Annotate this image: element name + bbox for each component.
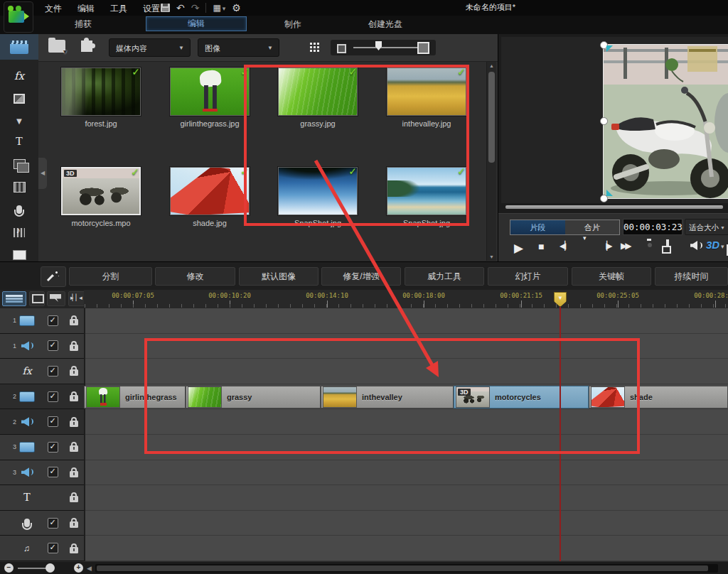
play-button[interactable] — [514, 241, 523, 256]
track-lane[interactable] — [85, 460, 728, 486]
scrollbar-thumb[interactable] — [97, 565, 708, 571]
track-lock-icon[interactable] — [70, 319, 78, 325]
3d-toggle-button[interactable]: 3D — [706, 239, 719, 251]
rail-filter-button[interactable] — [0, 65, 38, 87]
default-image-button[interactable]: 默认图像 — [239, 267, 318, 286]
zoom-out-icon[interactable] — [337, 44, 346, 53]
menu-file[interactable]: 文件 — [37, 0, 70, 16]
rail-music-button[interactable] — [0, 222, 38, 243]
timecode-display[interactable]: 00:00:03:23 — [623, 219, 682, 235]
grid-view-icon[interactable] — [309, 42, 320, 52]
track-lane[interactable] — [85, 536, 728, 561]
track-header-voice[interactable] — [0, 511, 84, 536]
rail-transition-button[interactable] — [0, 88, 38, 109]
track-lock-icon[interactable] — [70, 345, 78, 351]
track-lane[interactable] — [85, 485, 728, 511]
library-scrollbar[interactable]: ▲ ▼ — [486, 62, 496, 261]
track-lane[interactable] — [85, 511, 728, 536]
undo-icon[interactable] — [176, 2, 185, 13]
track-header-title[interactable]: T — [0, 485, 84, 511]
fix-enhance-button[interactable]: 修复/增强 — [321, 267, 401, 286]
fit-size-dropdown[interactable]: 适合大小 — [685, 219, 728, 235]
list-item[interactable]: ✓ grassy.jpg — [264, 67, 371, 139]
track-header-audio-1[interactable]: 1 — [0, 334, 84, 359]
settings-gear-icon[interactable] — [232, 2, 241, 13]
power-tools-button[interactable]: 威力工具 — [405, 267, 484, 286]
track-lane[interactable] — [85, 308, 728, 334]
rail-title-button[interactable] — [0, 131, 38, 152]
track-lane[interactable] — [85, 334, 728, 359]
media-type-dropdown[interactable]: 图像 — [198, 38, 279, 57]
redo-icon[interactable] — [191, 2, 200, 13]
tab-create-disc[interactable]: 创建光盘 — [368, 18, 402, 31]
timeline-clip-inthevalley[interactable]: inthevalley — [321, 386, 454, 408]
modify-button[interactable]: 修改 — [155, 267, 235, 286]
3d-dropdown-icon[interactable] — [721, 241, 724, 251]
track-lock-icon[interactable] — [70, 421, 78, 427]
track-header-video-1[interactable]: 1 — [0, 308, 84, 334]
split-button[interactable]: 分割 — [69, 267, 152, 286]
track-header-music[interactable]: ♫ — [0, 536, 84, 561]
track-lock-icon[interactable] — [70, 471, 78, 477]
track-lock-icon[interactable] — [70, 547, 78, 553]
rail-graphic-button[interactable] — [0, 110, 38, 131]
menu-edit[interactable]: 编辑 — [70, 0, 102, 16]
list-item[interactable]: ✓ girlinthegrass.jpg — [156, 67, 263, 139]
project-mode-button[interactable]: 合片 — [565, 220, 620, 234]
scroll-up-icon[interactable]: ▲ — [489, 63, 494, 68]
track-lock-icon[interactable] — [70, 395, 78, 401]
rail-collapse-handle[interactable]: ◀ — [38, 158, 47, 189]
track-header-fx[interactable]: fx — [0, 359, 84, 384]
list-item[interactable]: ✓ forest.jpg — [48, 67, 154, 139]
resize-handle-mid-left[interactable] — [600, 117, 608, 125]
timeline-zoom-out-button[interactable]: − — [4, 563, 14, 573]
track-lock-icon[interactable] — [70, 445, 78, 452]
next-frame-button[interactable] — [601, 241, 611, 251]
stop-button[interactable] — [538, 241, 544, 252]
track-visibility-checkbox[interactable] — [48, 518, 58, 529]
sound-mixer-button[interactable] — [47, 291, 65, 306]
tab-produce[interactable]: 制作 — [284, 18, 301, 31]
track-lock-icon[interactable] — [70, 496, 78, 502]
timeline-zoom-in-button[interactable]: + — [74, 563, 83, 573]
track-visibility-checkbox[interactable] — [48, 315, 58, 326]
tab-capture[interactable]: 捕获 — [75, 18, 92, 31]
timeline-clip-shade[interactable]: shade — [589, 386, 728, 408]
enlarge-preview-button[interactable] — [666, 239, 669, 252]
clip-mode-button[interactable]: 片段 — [510, 220, 565, 234]
plugin-puzzle-icon[interactable] — [81, 40, 92, 52]
layout-switch-icon[interactable] — [213, 3, 225, 13]
track-lane[interactable] — [85, 359, 728, 384]
duration-button[interactable]: 持续时间 — [655, 267, 728, 286]
zoom-in-icon[interactable] — [417, 42, 429, 54]
list-item[interactable]: ✓ SnapShot.jpg — [373, 167, 480, 238]
thumb-zoom-track[interactable] — [353, 47, 421, 48]
track-visibility-checkbox[interactable] — [48, 442, 58, 453]
track-header-video-3[interactable]: 3 — [0, 435, 84, 460]
preview-scrub-bar[interactable] — [505, 205, 723, 209]
timeline-zoom-handle[interactable] — [46, 563, 55, 573]
track-header-video-2[interactable]: 2 — [0, 384, 84, 410]
timeline-view-button[interactable] — [2, 291, 26, 306]
timeline-ruler[interactable]: 00:00:07:05 00:00:10:20 00:00:14:10 00:0… — [84, 290, 728, 308]
keyframe-button[interactable]: 关键帧 — [572, 267, 651, 286]
timeline-clip-motorcycles[interactable]: 3D motorcycles — [454, 386, 589, 408]
rail-overlay-button[interactable] — [0, 153, 38, 175]
track-lane[interactable] — [85, 435, 728, 460]
timeline-clip-grassy[interactable]: grassy — [186, 386, 321, 408]
slideshow-button[interactable]: 幻灯片 — [488, 267, 568, 286]
track-header-audio-3[interactable]: 3 — [0, 460, 84, 486]
list-item[interactable]: 3D ✓ motorcycles.mpo — [48, 167, 154, 238]
track-lock-icon[interactable] — [70, 369, 78, 376]
list-item[interactable]: ✓ shade.jpg — [156, 167, 263, 238]
storyboard-view-button[interactable] — [29, 291, 45, 306]
track-visibility-checkbox[interactable] — [48, 543, 58, 553]
timeline-h-scrollbar[interactable] — [95, 564, 718, 573]
preview-image-motorcycle[interactable] — [603, 44, 728, 199]
track-visibility-checkbox[interactable] — [48, 391, 58, 402]
tab-edit[interactable]: 编辑 — [146, 16, 247, 31]
track-visibility-checkbox[interactable] — [48, 467, 58, 477]
scroll-down-icon[interactable]: ▼ — [489, 254, 494, 259]
rail-voice-button[interactable] — [0, 199, 38, 220]
rail-media-button[interactable] — [0, 34, 38, 60]
